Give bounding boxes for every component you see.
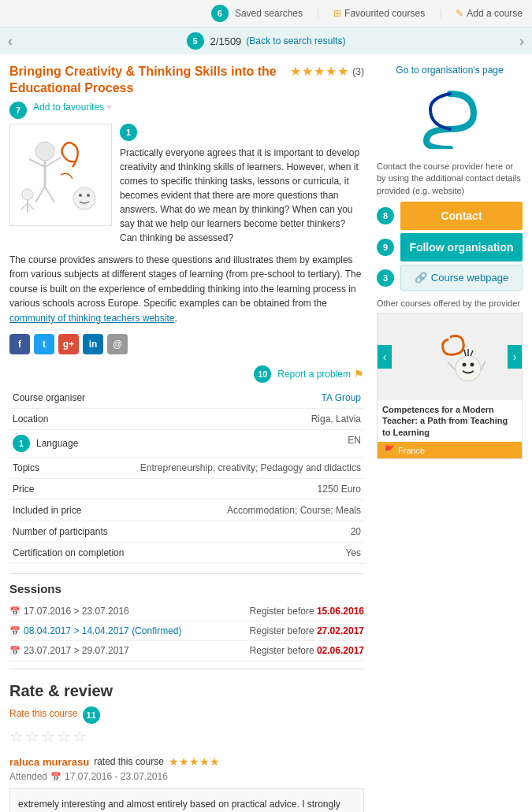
certification-value: Yes: [136, 543, 364, 564]
svg-point-15: [470, 363, 474, 367]
course-webpage-button[interactable]: 🔗 Course webpage: [400, 265, 523, 291]
svg-line-5: [45, 187, 54, 202]
location-label: Location: [9, 408, 136, 429]
other-course-card: ‹ ›: [377, 313, 523, 459]
attended-date: 17.07.2016 - 23.07.2016: [65, 771, 168, 782]
table-row: Price 1250 Euro: [9, 479, 364, 500]
badge-add-fav: 7: [9, 102, 27, 119]
attended-label: Attended: [9, 771, 47, 782]
social-share-row: f t g+ in @: [9, 334, 364, 354]
certification-label: Certification on completion: [9, 543, 136, 564]
rate-stars[interactable]: ☆☆☆☆☆: [9, 727, 364, 746]
session-row: 📅 17.07.2016 > 23.07.2016Register before…: [9, 602, 364, 621]
contact-note: Contact the course provider here or by u…: [377, 161, 523, 197]
participants-value: 20: [136, 521, 364, 543]
left-column: Bringing Creativity & Thinking Skills in…: [9, 64, 377, 812]
reviewer-row: raluca murarasu rated this course ★★★★★: [9, 755, 364, 768]
svg-line-4: [35, 187, 45, 202]
rate-review-section: Rate & review Rate this course 11 ☆☆☆☆☆ …: [9, 682, 364, 812]
badge-desc-1: 1: [120, 124, 137, 141]
table-row: 1 Language EN: [9, 429, 364, 458]
participants-label: Number of participants: [9, 521, 136, 543]
organiser-link[interactable]: TA Group: [322, 392, 361, 403]
other-course-image: ‹ ›: [378, 313, 522, 400]
organiser-label: Course organiser: [9, 387, 136, 409]
badge-follow: 9: [377, 239, 394, 256]
org-page-link[interactable]: Go to organisation's page: [396, 65, 503, 76]
add-course-link[interactable]: ✎ Add a course: [456, 8, 523, 19]
svg-point-0: [35, 142, 54, 161]
report-icon: ⚑: [354, 368, 364, 380]
community-link[interactable]: community of thinking teachers website: [9, 313, 174, 324]
language-value: EN: [136, 429, 364, 458]
session-row: 📅 08.04.2017 > 14.04.2017 (Confirmed)Reg…: [9, 621, 364, 641]
included-value: Accommodation; Course; Meals: [136, 500, 364, 521]
email-share-button[interactable]: @: [107, 334, 128, 354]
follow-organisation-button[interactable]: Follow organisation: [400, 233, 523, 261]
linkedin-share-button[interactable]: in: [83, 334, 103, 354]
right-column: Go to organisation's page Contact the co…: [377, 64, 523, 812]
other-course-title: Competences for a Modern Teacher: a Path…: [378, 400, 522, 442]
language-label: 1 Language: [9, 430, 136, 458]
saved-searches-link[interactable]: 6 Saved searches: [211, 5, 303, 22]
mascot-illustration: [415, 321, 485, 392]
reviewer-name: raluca murarasu: [9, 756, 89, 768]
add-to-favourites-link[interactable]: Add to favourites ♥: [33, 102, 112, 113]
svg-line-20: [471, 350, 473, 356]
reviewer-action: rated this course: [94, 756, 164, 767]
org-page-link-row: Go to organisation's page: [377, 64, 523, 76]
badge-language: 1: [13, 435, 30, 452]
badge-pagination: 5: [187, 32, 204, 50]
attended-row: Attended 📅 17.07.2016 - 23.07.2016: [9, 771, 364, 782]
session-register: Register before 27.02.2017: [250, 625, 364, 636]
rate-this-label: Rate this course: [9, 708, 78, 719]
course-short-description: Practically everyone agrees that it is i…: [120, 146, 364, 245]
googleplus-share-button[interactable]: g+: [58, 334, 79, 354]
other-courses-label: Other courses offered by the provider: [377, 298, 523, 308]
badge-report: 10: [254, 365, 271, 383]
next-result-arrow[interactable]: ›: [519, 33, 524, 50]
svg-point-6: [73, 187, 95, 209]
svg-line-12: [28, 203, 34, 209]
review-count: (3): [352, 66, 364, 77]
back-to-search-link[interactable]: (Back to search results): [246, 35, 345, 46]
svg-point-8: [87, 194, 90, 197]
svg-line-18: [464, 350, 466, 356]
pagination-info: 2/1509: [210, 35, 242, 47]
calendar-icon: 📅: [9, 646, 20, 656]
sessions-title: Sessions: [9, 582, 364, 595]
session-confirmed: 08.04.2017 > 14.04.2017 (Confirmed): [24, 625, 181, 636]
other-course-next-arrow[interactable]: ›: [508, 345, 522, 369]
other-course-prev-arrow[interactable]: ‹: [378, 345, 392, 369]
table-row: Topics Entrepreneurship, creativity; Ped…: [9, 458, 364, 479]
report-problem-link[interactable]: Report a problem: [277, 369, 351, 380]
svg-line-16: [448, 362, 456, 370]
org-logo: [399, 82, 501, 153]
reviewer-stars: ★★★★★: [169, 755, 220, 768]
edit-icon: ✎: [456, 8, 463, 19]
twitter-share-button[interactable]: t: [34, 334, 54, 354]
contact-button[interactable]: Contact: [400, 202, 523, 230]
topics-label: Topics: [9, 458, 136, 479]
link-icon: 🔗: [415, 272, 427, 284]
facebook-share-button[interactable]: f: [9, 334, 30, 354]
pagination-bar: ‹ 5 2/1509 (Back to search results) ›: [0, 28, 532, 54]
rate-review-title: Rate & review: [9, 682, 364, 700]
session-date: 📅 08.04.2017 > 14.04.2017 (Confirmed): [9, 625, 181, 636]
favourited-courses-link[interactable]: ⊞ Favourited courses: [333, 8, 425, 19]
badge-rate: 11: [83, 706, 100, 724]
course-full-description: The course provides answers to these que…: [9, 253, 364, 326]
course-info-table: Course organiser TA Group Location Riga,…: [9, 387, 364, 565]
top-navigation: 6 Saved searches | ⊞ Favourited courses …: [0, 0, 532, 28]
calendar-icon: 📅: [9, 606, 20, 617]
table-row: Location Riga, Latvia: [9, 408, 364, 429]
svg-line-11: [21, 203, 28, 209]
prev-result-arrow[interactable]: ‹: [8, 33, 13, 50]
other-course-country: 🚩 France: [378, 442, 522, 458]
course-illustration: [13, 128, 108, 222]
svg-point-9: [22, 189, 33, 200]
sessions-list: 📅 17.07.2016 > 23.07.2016Register before…: [9, 602, 364, 661]
review-text: extremely interesting and almost entirel…: [9, 788, 364, 812]
svg-line-17: [481, 361, 485, 370]
price-value: 1250 Euro: [136, 479, 364, 500]
